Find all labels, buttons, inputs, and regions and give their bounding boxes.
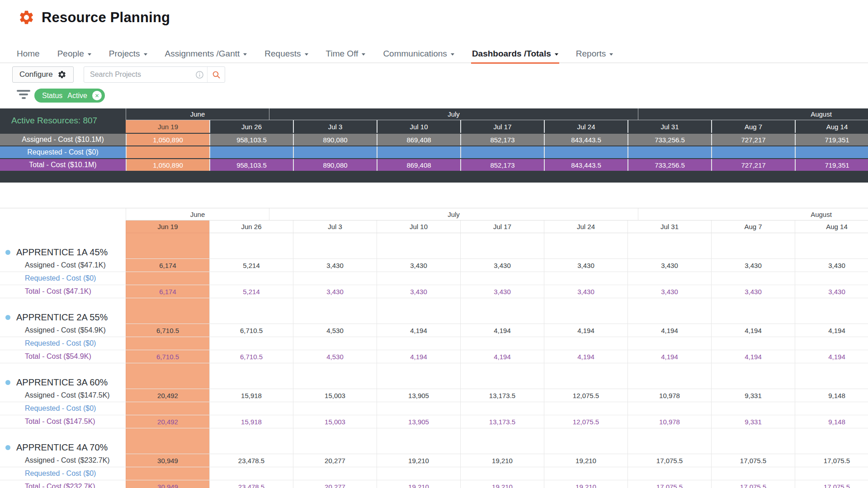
week-header: Jul 31 [627, 120, 711, 133]
nav-item-label: Dashboards /Totals [472, 49, 551, 59]
spacer-cell [711, 311, 795, 324]
nav-item-projects[interactable]: Projects [109, 45, 147, 63]
value-cell: 23,478.5 [209, 480, 293, 488]
spacer-cell [544, 298, 627, 311]
chevron-down-icon [362, 53, 365, 56]
configure-button[interactable]: Configure [12, 66, 74, 83]
active-resources-count: Active Resources: 807 [0, 108, 126, 133]
value-cell: 6,710.5 [126, 350, 209, 363]
resource-row-total: Total - Cost ($147.5K)20,49215,91815,003… [0, 415, 868, 428]
week-header: Aug 14 [795, 221, 868, 233]
spacer-cell [460, 428, 544, 441]
summary-header-right: JuneJulyAugustJun 19Jun 26Jul 3Jul 10Jul… [126, 108, 868, 133]
value-cell: 3,430 [460, 285, 544, 298]
resource-name: APPRENTICE 2A 55% [16, 312, 108, 323]
value-cell [711, 272, 795, 285]
spacer-cell [209, 311, 293, 324]
search-button[interactable] [207, 67, 225, 82]
value-cell: 17,075.5 [711, 480, 795, 488]
spacer-cell [627, 298, 711, 311]
value-cell: 17,075.5 [711, 454, 795, 467]
nav-item-assignments-gantt[interactable]: Assignments /Gantt [165, 45, 247, 63]
spacer-cell [126, 363, 209, 376]
value-cell [460, 467, 544, 480]
value-cell: 20,492 [126, 389, 209, 402]
filter-chip-value: Active [67, 92, 87, 100]
value-cell: 958,103.5 [209, 134, 293, 145]
value-cell [795, 146, 868, 158]
nav-item-label: Assignments /Gantt [165, 49, 240, 59]
value-cell [795, 467, 868, 480]
value-cell: 727,217 [711, 159, 795, 171]
resource-name-cell[interactable]: APPRENTICE 3A 60% [0, 376, 126, 389]
filter-icon[interactable] [16, 90, 31, 101]
value-cell [209, 272, 293, 285]
nav-item-people[interactable]: People [57, 45, 91, 63]
value-cell: 17,075.5 [795, 480, 868, 488]
value-cell: 13,905 [377, 389, 460, 402]
spacer-cell [209, 246, 293, 259]
row-label: Assigned - Cost ($54.9K) [0, 324, 126, 337]
nav-item-label: People [57, 49, 84, 59]
value-cell [377, 272, 460, 285]
value-cell: 5,214 [209, 285, 293, 298]
chip-close-icon[interactable]: ✕ [92, 91, 102, 100]
value-cell: 4,194 [711, 350, 795, 363]
value-cell [293, 467, 377, 480]
resource-dot-icon [5, 315, 10, 320]
value-cell: 19,210 [377, 454, 460, 467]
month-header: July [269, 208, 638, 221]
spacer-cell [460, 441, 544, 454]
summary-header: Active Resources: 807JuneJulyAugustJun 1… [0, 108, 868, 133]
spacer-cell [627, 233, 711, 246]
nav-item-home[interactable]: Home [17, 45, 40, 63]
value-cell [711, 402, 795, 415]
nav-item-dashboards-totals[interactable]: Dashboards /Totals [472, 45, 558, 63]
spacer-cell [0, 221, 126, 233]
nav-item-time-off[interactable]: Time Off [326, 45, 366, 63]
resource-name-cell[interactable]: APPRENTICE 1A 45% [0, 246, 126, 259]
spacer-cell [795, 311, 868, 324]
value-cell [293, 402, 377, 415]
month-header: July [269, 108, 638, 120]
nav-item-communications[interactable]: Communications [383, 45, 454, 63]
resource-group-header: APPRENTICE 1A 45% [0, 246, 868, 259]
resource-dot-icon [5, 250, 10, 255]
value-cell: 890,080 [293, 134, 377, 145]
search-input[interactable] [84, 70, 195, 79]
nav-item-label: Projects [109, 49, 140, 59]
spacer-cell [293, 363, 377, 376]
spacer-cell [627, 441, 711, 454]
value-cell: 23,478.5 [209, 454, 293, 467]
spacer-cell [0, 298, 126, 311]
value-cell: 30,949 [126, 480, 209, 488]
spacer-cell [377, 246, 460, 259]
spacer-cell [711, 428, 795, 441]
value-cell [795, 402, 868, 415]
spacer-row [0, 298, 868, 311]
nav-item-reports[interactable]: Reports [576, 45, 613, 63]
spacer-cell [126, 428, 209, 441]
row-label: Requested - Cost ($0) [0, 272, 126, 285]
nav-item-requests[interactable]: Requests [264, 45, 308, 63]
spacer-cell [126, 233, 209, 246]
resource-name-cell[interactable]: APPRENTICE 2A 55% [0, 311, 126, 324]
row-label: Total - Cost ($232.7K) [0, 480, 126, 488]
spacer-cell [293, 298, 377, 311]
resource-name-cell[interactable]: APPRENTICE 4A 70% [0, 441, 126, 454]
value-cell: 12,075.5 [544, 389, 627, 402]
spacer-cell [460, 246, 544, 259]
row-label: Requested - Cost ($0) [0, 402, 126, 415]
value-cell: 3,430 [377, 259, 460, 272]
spacer-cell [126, 376, 209, 389]
value-cell: 12,075.5 [544, 415, 627, 428]
resource-row-assigned: Assigned - Cost ($54.9K)6,710.56,710.54,… [0, 324, 868, 337]
spacer-cell [544, 428, 627, 441]
value-cell: 4,194 [544, 324, 627, 337]
value-cell: 4,194 [460, 350, 544, 363]
spacer-cell [627, 363, 711, 376]
value-cell [377, 146, 460, 158]
spacer-cell [627, 376, 711, 389]
value-cell [293, 272, 377, 285]
spacer-cell [795, 246, 868, 259]
